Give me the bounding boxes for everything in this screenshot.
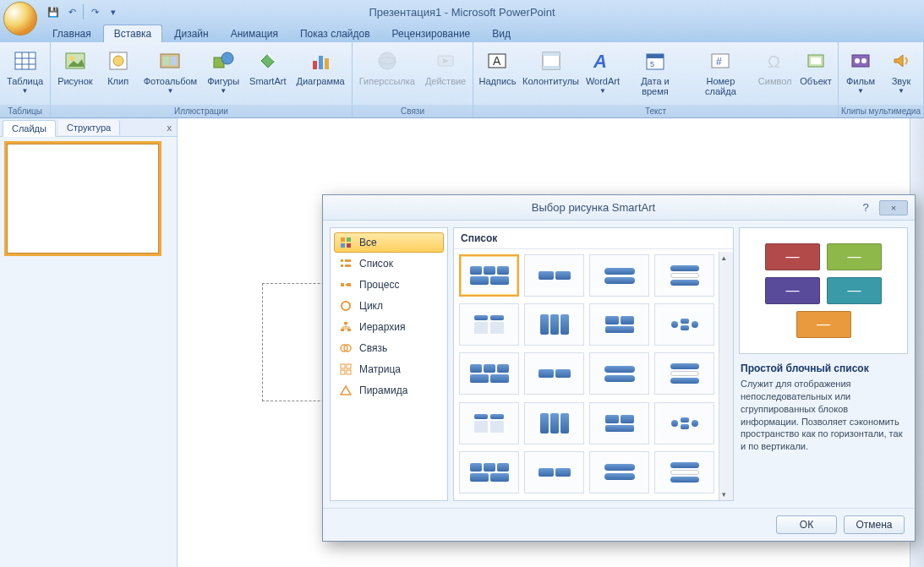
picture-icon: [62, 47, 89, 74]
ribbon-tab-0[interactable]: Главная: [42, 25, 101, 42]
gallery-item[interactable]: [459, 402, 519, 444]
redo-button[interactable]: ↷: [87, 4, 102, 19]
svg-rect-44: [345, 264, 351, 267]
ribbon-slidenum-button[interactable]: #Номер слайда: [688, 44, 752, 96]
svg-rect-39: [341, 243, 345, 248]
gallery-item[interactable]: [524, 254, 584, 297]
undo-button[interactable]: ↶: [64, 4, 79, 19]
gallery-item[interactable]: [654, 352, 714, 395]
cancel-button[interactable]: Отмена: [844, 515, 905, 534]
svg-rect-11: [171, 57, 177, 65]
ribbon-label: Колонтитулы: [522, 76, 579, 86]
gallery-item[interactable]: [524, 451, 584, 493]
svg-point-36: [861, 58, 867, 63]
ribbon-tab-4[interactable]: Показ слайдов: [290, 25, 380, 42]
gallery-item[interactable]: [524, 352, 584, 395]
ribbon-object-button[interactable]: Объект: [797, 44, 834, 86]
ribbon-chart-button[interactable]: Диаграмма: [293, 44, 348, 86]
shapes-icon: [210, 47, 237, 74]
gallery-item[interactable]: [589, 254, 649, 297]
category-label: Список: [359, 258, 393, 270]
help-icon[interactable]: ?: [857, 201, 874, 214]
ribbon-clip-button[interactable]: Клип: [100, 44, 137, 86]
tab-outline[interactable]: Структура: [58, 120, 120, 135]
svg-text:Ω: Ω: [768, 52, 780, 71]
category-Связь[interactable]: Связь: [334, 338, 444, 358]
category-Все[interactable]: Все: [334, 232, 444, 253]
ribbon-tab-3[interactable]: Анимация: [221, 25, 288, 42]
ribbon-smartart-button[interactable]: SmartArt: [246, 44, 289, 86]
svg-rect-15: [319, 56, 323, 69]
category-Матрица[interactable]: Матрица: [334, 359, 444, 379]
symbol-icon: Ω: [762, 47, 789, 74]
svg-point-13: [221, 52, 233, 64]
gallery-item[interactable]: [459, 254, 519, 297]
category-Иерархия[interactable]: Иерархия: [334, 317, 444, 337]
preview-block: —: [827, 243, 882, 270]
gallery-item[interactable]: [459, 352, 519, 395]
category-icon: [339, 236, 353, 249]
chevron-down-icon: ▼: [857, 87, 864, 95]
svg-point-35: [855, 58, 860, 63]
ribbon-sound-button[interactable]: Звук▼: [883, 44, 920, 95]
thumbnails: 1: [0, 137, 177, 260]
ribbon-headerfooter-button[interactable]: Колонтитулы: [522, 44, 581, 86]
gallery-item[interactable]: [589, 352, 649, 395]
gallery-item[interactable]: [524, 303, 584, 346]
ribbon-movie-button[interactable]: Фильм▼: [842, 44, 879, 95]
category-list: ВсеСписокПроцессЦиклИерархияСвязьМатрица…: [330, 227, 448, 501]
textbox-icon: A: [484, 47, 511, 74]
category-Цикл[interactable]: Цикл: [334, 296, 444, 316]
category-Пирамида[interactable]: Пирамида: [334, 380, 444, 401]
chart-icon: [307, 47, 334, 74]
svg-point-8: [113, 56, 123, 66]
gallery-item[interactable]: [589, 451, 649, 493]
ribbon-link-button: Гиперссылка: [356, 44, 418, 86]
gallery-item[interactable]: [524, 402, 584, 444]
group-label: Связи: [353, 105, 473, 117]
svg-rect-60: [341, 370, 345, 374]
ribbon-group: AНадписьКолонтитулыAWordArt▼5Дата и врем…: [473, 42, 839, 117]
sound-icon: [888, 47, 915, 74]
gallery-item[interactable]: [654, 303, 714, 346]
ribbon-tab-2[interactable]: Дизайн: [164, 25, 218, 42]
ribbon-label: Звук: [892, 76, 911, 86]
ribbon-label: Объект: [800, 76, 831, 86]
close-panel-icon[interactable]: x: [167, 123, 172, 133]
gallery-scrollbar[interactable]: [719, 252, 733, 500]
ribbon-label: Клип: [107, 76, 128, 86]
svg-rect-38: [347, 237, 351, 242]
tab-slides[interactable]: Слайды: [3, 120, 56, 137]
save-button[interactable]: 💾: [46, 4, 61, 19]
slide-thumbnail[interactable]: 1: [7, 144, 159, 254]
gallery-item[interactable]: [654, 451, 714, 493]
ribbon-picture-button[interactable]: Рисунок: [54, 44, 96, 86]
gallery-item[interactable]: [459, 451, 519, 493]
gallery-item[interactable]: [589, 402, 649, 444]
office-button[interactable]: [3, 2, 37, 35]
gallery-item[interactable]: [459, 303, 519, 346]
gallery-item[interactable]: [654, 254, 714, 297]
ribbon-datetime-button[interactable]: 5Дата и время: [625, 44, 685, 96]
ribbon-tab-1[interactable]: Вставка: [103, 25, 163, 42]
category-Список[interactable]: Список: [334, 254, 444, 274]
ribbon-shapes-button[interactable]: Фигуры▼: [204, 44, 243, 95]
ribbon-wordart-button[interactable]: AWordArt▼: [583, 44, 621, 95]
ribbon-table-button[interactable]: Таблица▼: [3, 44, 46, 95]
qat-customize[interactable]: ▾: [106, 4, 121, 19]
ok-button[interactable]: ОК: [776, 515, 837, 534]
ribbon-textbox-button[interactable]: AНадпись: [477, 44, 517, 86]
ribbon-label: Дата и время: [628, 76, 681, 96]
close-icon[interactable]: ×: [879, 200, 908, 215]
dialog-titlebar[interactable]: Выбор рисунка SmartArt ? ×: [323, 195, 915, 221]
ribbon-tab-5[interactable]: Рецензирование: [382, 25, 481, 42]
ribbon-tabs: ГлавнаяВставкаДизайнАнимацияПоказ слайдо…: [0, 24, 924, 42]
gallery-item[interactable]: [589, 303, 649, 346]
ribbon-group: Таблица▼Таблицы: [0, 42, 51, 117]
category-Процесс[interactable]: Процесс: [334, 275, 444, 295]
svg-rect-23: [543, 52, 560, 56]
ribbon-album-button[interactable]: Фотоальбом▼: [140, 44, 201, 95]
category-icon: [339, 363, 353, 376]
ribbon-tab-6[interactable]: Вид: [482, 25, 521, 42]
gallery-item[interactable]: [654, 402, 714, 444]
